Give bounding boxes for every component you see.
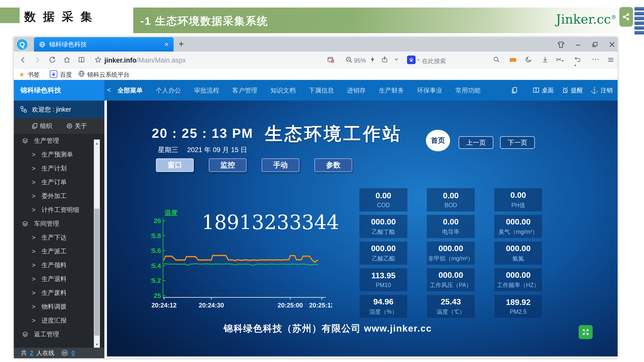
next-page-button[interactable]: 下一页	[500, 136, 535, 149]
online-count[interactable]: 2	[30, 349, 33, 356]
tile-label: 湿度（%）	[369, 308, 397, 316]
sidebar-item-7[interactable]: >生产下达	[14, 231, 94, 244]
sidebar-item-2[interactable]: >生产计划	[14, 161, 94, 175]
scrollbar-thumb[interactable]	[94, 209, 99, 336]
metric-tiles: 0.00COD0.00BOD0.00PH值000.00乙酸丁酯0.00电导率00…	[359, 188, 542, 318]
chevron-down-icon[interactable]	[393, 56, 400, 63]
metric-tile-0: 0.00COD	[359, 188, 408, 212]
back-icon[interactable]	[19, 56, 27, 64]
lightning-icon[interactable]	[369, 56, 376, 63]
share-button[interactable]	[619, 7, 633, 27]
metric-tile-10: 000.00工作风压（PA）	[427, 268, 475, 292]
more-icon[interactable]: ⋯	[592, 55, 599, 63]
logout-button[interactable]: ⚓ 注销	[590, 80, 613, 101]
bookmark-star-icon[interactable]	[94, 56, 102, 64]
search-engine-caret-icon[interactable]	[416, 58, 420, 62]
metric-tile-9: 113.95PM10	[359, 268, 408, 292]
sidebar-item-11[interactable]: >生产废料	[14, 286, 94, 300]
tab-about[interactable]: 关于	[66, 122, 87, 130]
zoom-out-icon[interactable]	[345, 56, 353, 64]
mode-button-window[interactable]: 窗口	[156, 158, 194, 172]
reminder-button[interactable]: 提醒	[562, 80, 583, 101]
nav-item-2[interactable]: 审批流程	[194, 86, 219, 95]
fullscreen-button[interactable]	[579, 325, 593, 339]
screen: 数 据 采 集 -1 生态环境数据采集系统 Jinker.cc® Q	[0, 0, 644, 362]
nav-item-8[interactable]: 环保事业	[417, 86, 442, 95]
baidu-paw-icon	[50, 70, 57, 78]
nav-item-0[interactable]: 全部菜单	[117, 86, 143, 95]
sidebar-item-4[interactable]: >委外加工	[14, 189, 94, 203]
nav-item-4[interactable]: 知识文档	[270, 86, 296, 95]
search-engine-icon[interactable]	[407, 56, 416, 64]
screenshot-scissors-icon[interactable]: ✂▾	[556, 56, 564, 64]
zoom-level[interactable]: 95%	[354, 57, 366, 64]
window-stack-icon[interactable]	[511, 80, 518, 101]
minimize-button[interactable]	[574, 41, 582, 48]
banner-title: -1 生态环境数据采集系统	[140, 14, 268, 28]
forward-icon[interactable]	[33, 56, 41, 64]
prev-page-button[interactable]: 上一页	[459, 136, 493, 149]
sidebar-item-label: 生产退料	[42, 275, 67, 283]
nav-item-5[interactable]: 下属信息	[309, 86, 334, 95]
sidebar-item-label: 车间管理	[34, 219, 59, 228]
metric-tile-14: 189.92PM2.5	[494, 295, 542, 318]
scroll-down-icon[interactable]: ▼	[94, 341, 100, 348]
mode-button-monitor[interactable]: 监控	[209, 158, 247, 172]
message-count[interactable]: 0	[71, 349, 75, 356]
menu-icon[interactable]	[607, 56, 615, 64]
reading-list-icon[interactable]	[78, 56, 85, 64]
close-button[interactable]	[608, 41, 616, 48]
reload-icon[interactable]	[49, 56, 56, 64]
sidebar-item-13[interactable]: >进度汇报	[14, 313, 94, 327]
nav-item-6[interactable]: 进销存	[347, 86, 366, 95]
tile-value: 000.00	[506, 217, 531, 227]
home-icon[interactable]	[63, 56, 71, 64]
sidebar-item-9[interactable]: >生产领料	[14, 258, 94, 272]
browser-logo-icon[interactable]: Q	[17, 39, 27, 50]
sidebar-scrollbar[interactable]: ▲ ▼	[94, 140, 100, 348]
sidebar-item-5[interactable]: >计件工资明细	[14, 203, 94, 217]
message-icon[interactable]	[61, 349, 68, 357]
mode-button-manual[interactable]: 手动	[262, 158, 299, 172]
desktop-button[interactable]: 桌面	[533, 80, 554, 101]
tab-close-icon[interactable]: ×	[165, 40, 169, 49]
sidebar-item-14[interactable]: 返工管理	[14, 327, 94, 341]
new-tab-button[interactable]: +	[179, 39, 184, 49]
theme-icon[interactable]	[557, 41, 565, 48]
mode-button-params[interactable]: 参数	[314, 158, 352, 172]
tile-label: 工作频率（HZ）	[497, 281, 540, 289]
restore-button[interactable]	[591, 41, 599, 48]
scroll-up-icon[interactable]: ▲	[94, 140, 100, 147]
sidebar-item-6[interactable]: 车间管理	[14, 217, 94, 231]
nav-item-3[interactable]: 客户管理	[232, 86, 257, 95]
search-icon[interactable]	[493, 56, 500, 63]
gamepad-icon[interactable]	[509, 56, 517, 64]
home-page-button[interactable]: 首页	[426, 130, 450, 151]
sidebar-item-1[interactable]: >生产预测单	[14, 148, 94, 161]
chevron-right-icon: >	[32, 289, 35, 296]
bookmark-folder[interactable]: 书签	[28, 71, 40, 79]
sidebar-item-8[interactable]: >生产派工	[14, 244, 94, 258]
share-page-icon[interactable]	[381, 56, 388, 63]
nav-item-1[interactable]: 个人办公	[156, 86, 181, 95]
adblock-icon[interactable]	[327, 56, 335, 64]
nav-item-9[interactable]: 常用功能	[455, 86, 480, 95]
night-mode-icon[interactable]	[525, 56, 532, 63]
download-icon[interactable]	[542, 56, 549, 63]
sidebar-item-3[interactable]: >生产订单	[14, 175, 94, 189]
address-bar[interactable]: jinker.info/Main/Main.aspx	[104, 57, 186, 64]
search-input[interactable]: 在此搜索	[422, 57, 446, 65]
nav-collapse-icon[interactable]: <	[107, 86, 111, 94]
tab-organization[interactable]: 组织	[31, 122, 52, 130]
tile-label: COD	[377, 202, 390, 209]
nav-item-7[interactable]: 生产财务	[379, 86, 404, 95]
sidebar-item-0[interactable]: 生产管理	[14, 134, 94, 148]
metric-tile-6: 000.00乙酸乙酯	[359, 241, 408, 265]
sidebar-item-12[interactable]: >物料调拨	[14, 300, 94, 313]
bookmark-baidu[interactable]: 百度	[60, 71, 72, 79]
active-tab[interactable]: 锦科绿色科技 ×	[34, 37, 174, 52]
undo-icon[interactable]: ▾	[574, 56, 581, 68]
bookmark-jinker-cloud[interactable]: 锦科云系统平台	[87, 71, 130, 79]
sidebar-item-10[interactable]: >生产退料	[14, 272, 94, 286]
dashboard-title: 生态环境工作站	[265, 122, 402, 146]
